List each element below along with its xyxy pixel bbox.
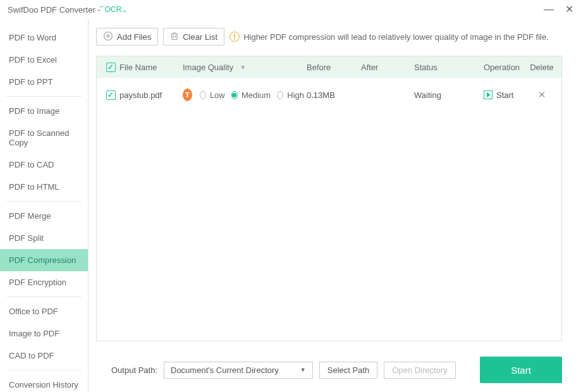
select-all-checkbox[interactable] <box>106 63 116 72</box>
warning-text: Higher PDF compression will lead to rela… <box>243 32 549 42</box>
sidebar-divider <box>6 201 82 202</box>
row-checkbox[interactable] <box>106 90 116 100</box>
delete-row-icon[interactable]: ✕ <box>538 89 546 100</box>
start-button[interactable]: Start <box>480 357 562 383</box>
minimize-icon[interactable]: — <box>544 4 554 15</box>
warning-icon: ! <box>229 32 240 42</box>
quality-medium-radio[interactable] <box>231 91 238 99</box>
footer: Output Path: Document's Current Director… <box>96 341 562 383</box>
output-path-dropdown[interactable]: Document's Current Directory ▼ <box>164 362 313 379</box>
play-icon[interactable] <box>484 90 492 99</box>
svg-rect-3 <box>172 34 177 39</box>
add-files-button[interactable]: Add Files <box>96 28 158 46</box>
sidebar-item-pdf-to-excel[interactable]: PDF to Excel <box>0 49 88 71</box>
quality-low-label: Low <box>210 90 225 100</box>
sidebar-item-pdf-to-html[interactable]: PDF to HTML <box>0 176 88 198</box>
chevron-down-icon: ▼ <box>300 367 306 373</box>
window-controls: — ✕ <box>544 4 573 15</box>
ocr-badge[interactable]: OCR <box>103 5 124 14</box>
sidebar-item-pdf-encryption[interactable]: PDF Encryption <box>0 271 88 293</box>
header-file-name[interactable]: File Name <box>119 63 183 72</box>
close-icon[interactable]: ✕ <box>565 4 573 15</box>
sidebar-divider <box>6 370 82 371</box>
file-table: File Name Image Quality ▼ Before After S… <box>96 56 562 341</box>
status-text: Waiting <box>414 90 484 100</box>
sort-arrow-icon: ▼ <box>240 64 246 71</box>
select-path-button[interactable]: Select Path <box>319 362 378 379</box>
warning-message: ! Higher PDF compression will lead to re… <box>229 32 549 42</box>
table-header: File Name Image Quality ▼ Before After S… <box>97 56 561 78</box>
quality-medium-label: Medium <box>242 90 271 100</box>
sidebar-item-cad-to-pdf[interactable]: CAD to PDF <box>0 345 88 367</box>
add-files-label: Add Files <box>117 32 151 42</box>
sidebar-item-pdf-compression[interactable]: PDF Compression <box>0 249 88 271</box>
content-area: Add Files Clear List ! Higher PDF compre… <box>89 19 581 392</box>
before-size: 0.13MB <box>307 90 361 100</box>
sidebar-item-pdf-to-word[interactable]: PDF to Word <box>0 27 88 49</box>
output-path-label: Output Path: <box>111 365 157 375</box>
sidebar-divider <box>6 96 82 97</box>
sidebar-item-pdf-to-image[interactable]: PDF to Image <box>0 100 88 122</box>
app-title: SwifDoo PDF Converter - <box>8 5 101 15</box>
open-directory-button: Open Directory <box>384 362 455 379</box>
row-start-button[interactable]: Start <box>496 90 513 100</box>
file-name: paystub.pdf <box>119 90 162 100</box>
sidebar-item-pdf-split[interactable]: PDF Split <box>0 227 88 249</box>
trash-icon <box>170 32 179 42</box>
sidebar-item-pdf-to-scanned-copy[interactable]: PDF to Scanned Copy <box>0 122 88 154</box>
quality-high-radio[interactable] <box>277 91 283 99</box>
sidebar-item-pdf-to-ppt[interactable]: PDF to PPT <box>0 71 88 93</box>
sidebar-divider <box>6 297 82 297</box>
header-before: Before <box>307 63 361 72</box>
table-row: paystub.pdfTLowMediumHigh0.13MBWaitingSt… <box>97 78 561 112</box>
clear-list-button[interactable]: Clear List <box>163 28 224 46</box>
output-path-value: Document's Current Directory <box>171 365 279 375</box>
t-badge-icon: T <box>183 89 192 101</box>
plus-circle-icon <box>103 31 113 43</box>
sidebar-item-conversion-history[interactable]: Conversion History <box>0 374 88 392</box>
sidebar-item-pdf-to-cad[interactable]: PDF to CAD <box>0 154 88 176</box>
titlebar: SwifDoo PDF Converter - OCR — ✕ <box>0 0 581 19</box>
quality-high-label: High <box>287 90 304 100</box>
quality-low-radio[interactable] <box>200 91 206 99</box>
header-after: After <box>361 63 414 72</box>
clear-list-label: Clear List <box>183 32 217 42</box>
sidebar: PDF to WordPDF to ExcelPDF to PPTPDF to … <box>0 19 89 392</box>
toolbar: Add Files Clear List ! Higher PDF compre… <box>96 28 562 46</box>
sidebar-item-pdf-merge[interactable]: PDF Merge <box>0 205 88 227</box>
title-left: SwifDoo PDF Converter - OCR <box>8 5 123 15</box>
header-operation: Operation <box>484 63 529 72</box>
sidebar-item-office-to-pdf[interactable]: Office to PDF <box>0 300 88 322</box>
header-image-quality[interactable]: Image Quality ▼ <box>183 63 307 72</box>
header-status: Status <box>414 63 484 72</box>
sidebar-item-image-to-pdf[interactable]: Image to PDF <box>0 322 88 345</box>
header-delete: Delete <box>529 63 554 72</box>
